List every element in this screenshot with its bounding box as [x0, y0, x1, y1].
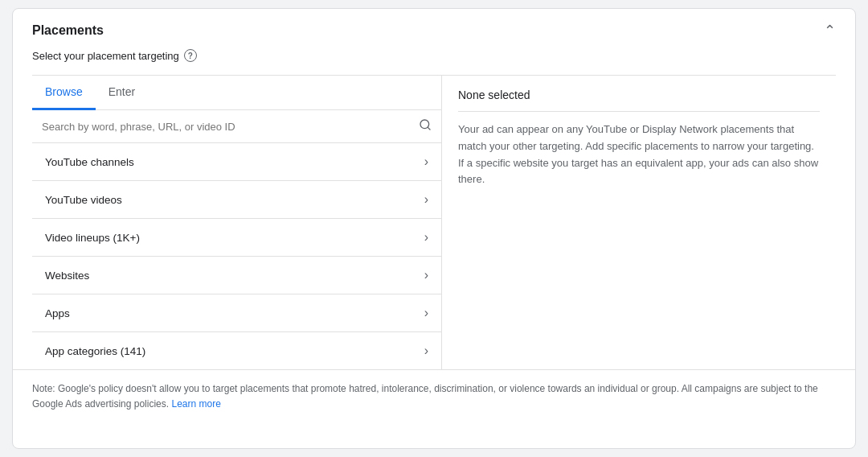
chevron-right-icon: ›	[424, 306, 428, 320]
menu-item-label: Apps	[45, 307, 70, 319]
footer-note-text: Note: Google's policy doesn't allow you …	[32, 383, 818, 410]
menu-item-label: YouTube videos	[45, 194, 122, 206]
tab-browse[interactable]: Browse	[32, 76, 96, 110]
menu-item-label: YouTube channels	[45, 156, 134, 168]
search-bar	[32, 110, 441, 143]
tab-enter[interactable]: Enter	[96, 76, 148, 110]
menu-item-apps[interactable]: Apps ›	[32, 294, 441, 332]
menu-item-label: App categories (141)	[45, 345, 145, 357]
chevron-right-icon: ›	[424, 344, 428, 358]
menu-item-youtube-channels[interactable]: YouTube channels ›	[32, 143, 441, 181]
tabs: Browse Enter	[32, 76, 441, 110]
placements-card: Placements ⌃ Select your placement targe…	[12, 8, 856, 449]
right-panel: None selected Your ad can appear on any …	[442, 76, 836, 369]
menu-item-app-categories[interactable]: App categories (141) ›	[32, 332, 441, 369]
menu-item-label: Websites	[45, 270, 89, 282]
card-title: Placements	[32, 23, 104, 38]
chevron-right-icon: ›	[424, 230, 428, 245]
svg-line-1	[428, 127, 430, 130]
menu-item-youtube-videos[interactable]: YouTube videos ›	[32, 181, 441, 219]
menu-item-websites[interactable]: Websites ›	[32, 257, 441, 294]
learn-more-link[interactable]: Learn more	[171, 398, 220, 410]
search-icon	[419, 118, 432, 134]
none-selected-label: None selected	[458, 89, 820, 112]
left-panel: Browse Enter YouTube channels ›	[32, 76, 442, 369]
chevron-right-icon: ›	[424, 268, 428, 282]
collapse-icon[interactable]: ⌃	[824, 23, 836, 38]
chevron-right-icon: ›	[424, 192, 428, 207]
footer-note: Note: Google's policy doesn't allow you …	[13, 369, 855, 423]
menu-item-video-lineups[interactable]: Video lineups (1K+) ›	[32, 219, 441, 257]
search-input[interactable]	[42, 121, 412, 133]
card-header: Placements ⌃	[13, 9, 855, 49]
subtitle-row: Select your placement targeting ?	[13, 49, 855, 75]
chevron-right-icon: ›	[424, 154, 428, 169]
subtitle-label: Select your placement targeting	[32, 50, 179, 62]
menu-list: YouTube channels › YouTube videos › Vide…	[32, 143, 441, 369]
menu-item-label: Video lineups (1K+)	[45, 232, 140, 244]
main-content: Browse Enter YouTube channels ›	[32, 75, 836, 369]
right-description: Your ad can appear on any YouTube or Dis…	[458, 121, 820, 188]
help-icon[interactable]: ?	[184, 49, 197, 62]
